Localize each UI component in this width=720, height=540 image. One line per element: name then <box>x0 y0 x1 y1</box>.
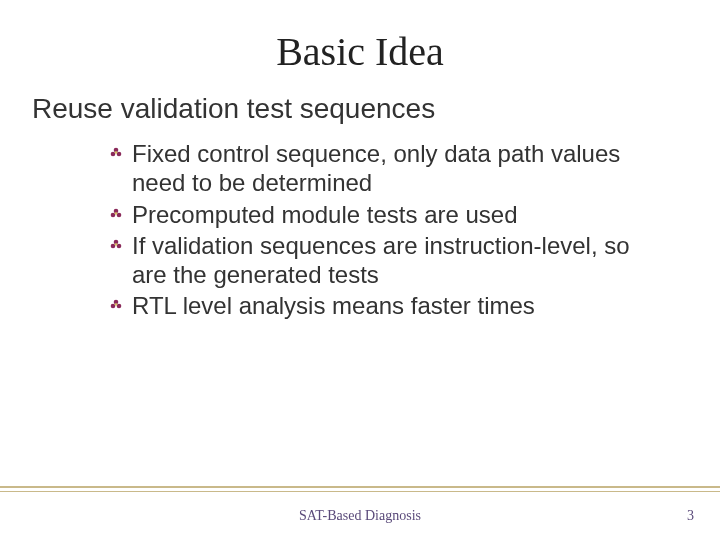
svg-point-9 <box>111 243 116 248</box>
list-item: Precomputed module tests are used <box>110 200 640 229</box>
svg-point-15 <box>115 304 118 307</box>
flower-bullet-icon <box>110 239 122 251</box>
svg-point-3 <box>115 151 118 154</box>
svg-point-5 <box>111 212 116 217</box>
svg-point-6 <box>117 212 122 217</box>
svg-point-14 <box>117 304 122 309</box>
bullet-list: Fixed control sequence, only data path v… <box>110 139 640 321</box>
footer-text: SAT-Based Diagnosis <box>0 508 720 524</box>
page-number: 3 <box>687 508 694 524</box>
list-item: Fixed control sequence, only data path v… <box>110 139 640 198</box>
slide: Basic Idea Reuse validation test sequenc… <box>0 0 720 540</box>
svg-point-1 <box>111 152 116 157</box>
svg-point-11 <box>115 243 118 246</box>
svg-point-2 <box>117 152 122 157</box>
list-item: RTL level analysis means faster times <box>110 291 640 320</box>
bullet-text: RTL level analysis means faster times <box>132 292 535 319</box>
flower-bullet-icon <box>110 299 122 311</box>
divider-line <box>0 486 720 492</box>
svg-point-10 <box>117 243 122 248</box>
slide-subtitle: Reuse validation test sequences <box>32 93 680 125</box>
bullet-text: Precomputed module tests are used <box>132 201 518 228</box>
flower-bullet-icon <box>110 208 122 220</box>
svg-point-13 <box>111 304 116 309</box>
list-item: If validation sequences are instruction-… <box>110 231 640 290</box>
bullet-text: Fixed control sequence, only data path v… <box>132 140 620 196</box>
bullet-text: If validation sequences are instruction-… <box>132 232 630 288</box>
slide-title: Basic Idea <box>40 28 680 75</box>
svg-point-7 <box>115 212 118 215</box>
flower-bullet-icon <box>110 147 122 159</box>
